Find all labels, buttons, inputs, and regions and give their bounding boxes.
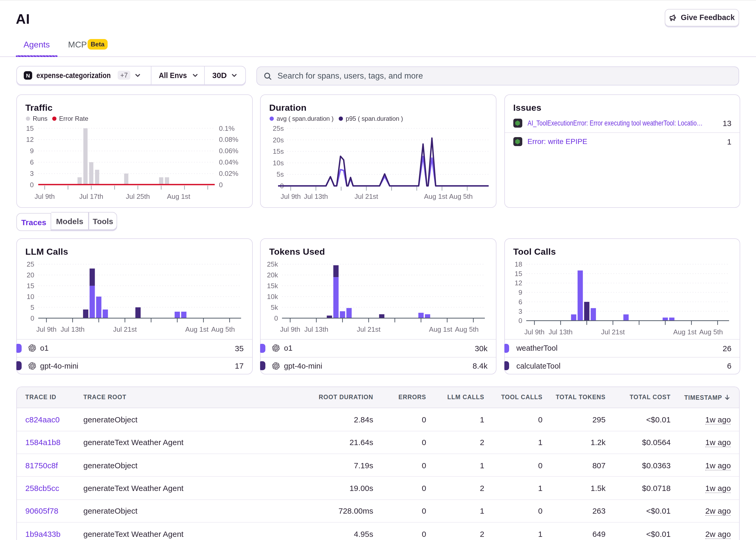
svg-text:Aug 5th: Aug 5th [211, 326, 235, 333]
svg-text:15: 15 [26, 124, 34, 132]
svg-text:Aug 5th: Aug 5th [455, 326, 479, 333]
svg-text:9: 9 [518, 289, 522, 296]
svg-text:5s: 5s [277, 170, 284, 178]
svg-text:10k: 10k [267, 293, 279, 301]
svg-text:0: 0 [30, 181, 34, 189]
svg-text:20: 20 [27, 271, 34, 279]
svg-text:Jul 9th: Jul 9th [35, 192, 55, 200]
svg-text:25: 25 [27, 260, 34, 268]
svg-text:Jul 25th: Jul 25th [126, 192, 150, 200]
svg-text:3: 3 [30, 169, 34, 177]
svg-text:Jul 13th: Jul 13th [304, 326, 328, 333]
svg-text:Aug 5th: Aug 5th [699, 328, 723, 336]
svg-text:0: 0 [274, 314, 278, 322]
svg-text:Jul 17th: Jul 17th [79, 192, 103, 200]
svg-text:0.1%: 0.1% [219, 124, 234, 132]
svg-text:25k: 25k [267, 260, 279, 268]
svg-text:0.04%: 0.04% [219, 158, 238, 166]
svg-text:15k: 15k [267, 282, 279, 290]
svg-text:Jul 13th: Jul 13th [61, 326, 85, 333]
svg-text:12: 12 [26, 135, 34, 143]
svg-text:Jul 9th: Jul 9th [281, 192, 301, 200]
svg-text:0.02%: 0.02% [219, 169, 238, 177]
svg-text:Jul 21st: Jul 21st [357, 326, 380, 333]
svg-text:Jul 21st: Jul 21st [355, 192, 378, 200]
svg-text:0.08%: 0.08% [219, 135, 238, 143]
svg-text:Aug 1st: Aug 1st [429, 326, 453, 333]
svg-text:5: 5 [31, 304, 34, 311]
svg-text:20k: 20k [267, 271, 279, 279]
svg-text:Jul 9th: Jul 9th [524, 328, 544, 336]
svg-text:15: 15 [515, 270, 522, 278]
svg-text:Jul 13th: Jul 13th [304, 192, 328, 200]
svg-text:Jul 9th: Jul 9th [36, 326, 57, 333]
svg-text:20s: 20s [273, 136, 284, 144]
svg-text:Aug 5th: Aug 5th [449, 192, 473, 200]
svg-text:12: 12 [515, 279, 522, 287]
svg-text:9: 9 [30, 147, 34, 155]
svg-text:0.06%: 0.06% [219, 147, 238, 155]
svg-text:0: 0 [219, 181, 223, 189]
svg-text:15s: 15s [273, 147, 284, 155]
svg-text:18: 18 [515, 260, 522, 268]
svg-text:0: 0 [518, 317, 522, 325]
svg-text:25s: 25s [273, 124, 284, 132]
svg-text:6: 6 [30, 158, 34, 166]
svg-text:Jul 21st: Jul 21st [113, 326, 137, 333]
svg-text:Jul 13th: Jul 13th [548, 328, 572, 336]
svg-text:Jul 9th: Jul 9th [280, 326, 300, 333]
svg-text:Aug 1st: Aug 1st [424, 192, 448, 200]
svg-text:15: 15 [27, 282, 34, 290]
svg-text:10s: 10s [273, 159, 284, 167]
svg-text:10: 10 [27, 293, 34, 301]
svg-text:5k: 5k [271, 304, 278, 311]
svg-text:6: 6 [518, 298, 522, 306]
svg-text:Aug 1st: Aug 1st [185, 326, 209, 333]
svg-text:0: 0 [31, 314, 34, 322]
svg-text:Jul 21st: Jul 21st [601, 328, 625, 336]
svg-text:Aug 1st: Aug 1st [167, 192, 191, 200]
svg-text:3: 3 [518, 308, 522, 315]
svg-text:Aug 1st: Aug 1st [673, 328, 697, 336]
